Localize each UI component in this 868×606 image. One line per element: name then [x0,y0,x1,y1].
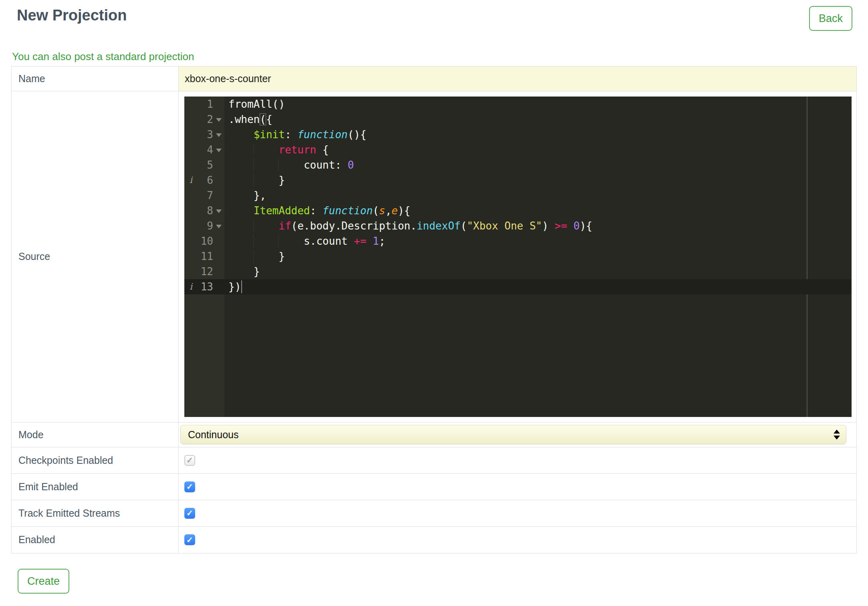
back-button[interactable]: Back [809,6,852,31]
code-token: : [285,129,297,141]
code-token: $init [254,129,285,141]
indent [253,235,279,247]
code-token: : [310,205,323,217]
code-line[interactable]: $init: function(){ [224,127,852,142]
enabled-label: Enabled [12,527,179,553]
emit-enabled-label: Emit Enabled [12,474,179,500]
indent [228,235,254,247]
gutter-line: 10 [184,234,224,249]
code-line[interactable]: } [224,173,852,188]
code-token: } [254,266,260,278]
line-number: 5 [207,159,213,171]
code-token: 0 [347,159,354,171]
emit-enabled-row: Emit Enabled ✓ [12,474,856,500]
line-number: 9 [207,220,213,232]
source-label: Source [12,91,179,422]
code-line[interactable]: } [224,264,852,279]
mode-select[interactable]: Continuous [180,425,846,444]
source-code-editor[interactable]: 12345i6789101112i13 fromAll().when({ $in… [184,97,852,417]
gutter-line: i6 [184,173,224,188]
code-token: 0 [573,220,580,232]
code-token: e [392,205,398,217]
indent [253,144,279,156]
track-emitted-streams-checkbox[interactable]: ✓ [184,508,195,519]
indent [228,250,254,262]
code-line[interactable]: }) [224,279,852,294]
code-token: if [279,220,291,232]
code-line[interactable]: return { [224,142,852,157]
arrow-up-icon [834,430,840,434]
fold-arrow-icon[interactable] [216,209,222,213]
standard-projection-link[interactable]: You can also post a standard projection [12,50,194,63]
fold-arrow-icon[interactable] [216,149,222,152]
code-token: function [297,129,347,141]
code-line[interactable]: } [224,249,852,264]
code-token: { [266,113,273,125]
code-line[interactable]: ItemAdded: function(s,e){ [224,203,852,218]
name-input[interactable]: xbox-one-s-counter [179,66,856,91]
create-button[interactable]: Create [18,569,69,594]
code-token: ){ [580,220,592,232]
indent [253,250,279,262]
track-emitted-streams-row: Track Emitted Streams ✓ [12,500,856,527]
indent [253,159,279,171]
code-line[interactable]: count: 0 [224,157,852,173]
code-line[interactable]: }, [224,188,852,203]
indent [228,205,254,217]
fold-arrow-icon[interactable] [216,225,222,228]
line-number: 8 [207,205,213,217]
gutter-line: 1 [184,97,224,112]
indent [228,266,254,278]
code-token: 1 [373,235,379,247]
select-arrows-icon [834,430,840,440]
editor-code-area[interactable]: fromAll().when({ $init: function(){ retu… [224,97,852,417]
code-token: return [279,144,316,156]
indent [228,174,254,186]
code-line[interactable]: .when({ [224,112,852,127]
gutter-line: 12 [184,264,224,279]
gutter-line: 2 [184,112,224,127]
check-icon: ✓ [186,482,193,491]
enabled-checkbox[interactable]: ✓ [184,534,195,545]
info-annotation-icon: i [190,174,192,187]
code-token: } [279,250,285,262]
code-token: s [379,205,386,217]
code-line[interactable]: s.count += 1; [224,234,852,249]
emit-enabled-checkbox[interactable]: ✓ [184,481,195,492]
code-token [366,235,373,247]
info-annotation-icon: i [190,280,192,293]
source-row: Source 12345i6789101112i13 fromAll().whe… [12,91,856,423]
line-number: 1 [207,98,213,110]
code-token: , [385,205,392,217]
checkpoints-row: Checkpoints Enabled ✓ [12,447,856,474]
code-line[interactable]: if(e.body.Description.indexOf("Xbox One … [224,218,852,234]
code-token: ) [542,220,555,232]
indent [228,159,254,171]
page-title: New Projection [17,6,868,25]
track-emitted-streams-label: Track Emitted Streams [12,500,179,526]
line-number: 12 [201,266,213,278]
code-token: s.count [304,235,354,247]
code-token: count: [304,159,348,171]
mode-row: Mode Continuous [12,423,856,447]
fold-arrow-icon[interactable] [216,118,222,122]
line-number: 3 [207,129,213,141]
enabled-row: Enabled ✓ [12,527,856,553]
line-number: 4 [207,144,213,156]
gutter-line: 7 [184,188,224,203]
code-token: ; [379,235,386,247]
code-token: } [279,174,285,186]
gutter-line: 4 [184,142,224,157]
code-token: (e.body.Description. [291,220,417,232]
code-token: function [323,205,373,217]
indent [228,144,254,156]
fold-arrow-icon[interactable] [216,133,222,137]
code-line[interactable]: fromAll() [224,97,852,112]
code-token: indexOf [417,220,461,232]
text-cursor [241,280,242,293]
indent [278,159,304,171]
gutter-line: 3 [184,127,224,142]
line-number: 10 [201,235,213,247]
line-number: 7 [207,189,213,201]
checkpoints-label: Checkpoints Enabled [12,447,179,473]
